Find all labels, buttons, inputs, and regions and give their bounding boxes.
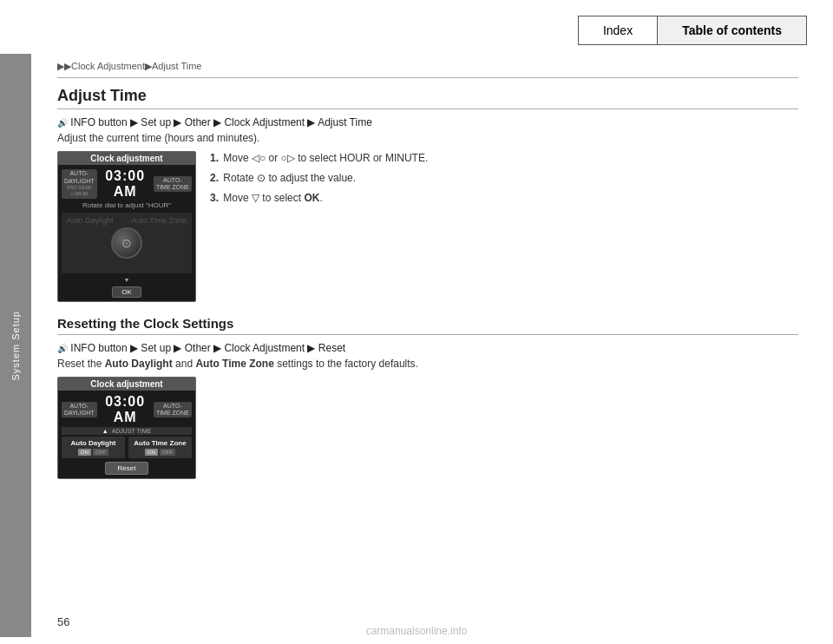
auto-daylight-option: Auto Daylight ON OFF — [62, 437, 125, 458]
timezone-off: OFF — [160, 449, 175, 456]
auto-daylight-label: Auto Daylight — [65, 439, 121, 447]
adjust-time-description: Adjust the current time (hours and minut… — [57, 132, 798, 144]
clock-badge-left: AUTO- DAYLIGHT PST 03:00 + 00:00 — [62, 169, 97, 198]
breadcrumb-text: ▶▶Clock Adjustment▶Adjust Time — [57, 61, 201, 71]
clock-badge-right: AUTO- TIME ZONE — [154, 176, 192, 193]
reset-top-row: AUTO- DAYLIGHT 03:00 AM AUTO- TIME ZONE — [62, 394, 192, 425]
reset-info-path: 🔊 INFO button ▶ Set up ▶ Other ▶ Clock A… — [57, 342, 798, 354]
arrow-up-icon: ▲ — [102, 428, 108, 434]
step-3: 3. Move ▽ to select OK. — [210, 191, 798, 206]
reset-section: Resetting the Clock Settings 🔊 INFO butt… — [57, 316, 798, 479]
toc-button[interactable]: Table of contents — [657, 16, 807, 45]
sidebar-label: System Setup — [10, 311, 21, 380]
adjust-time-title: Adjust Time — [57, 87, 798, 109]
reset-clock-time: 03:00 AM — [97, 394, 154, 425]
daylight-off: OFF — [93, 449, 108, 456]
clock-ok-btn-area: OK — [62, 286, 192, 298]
auto-daylight-toggle: ON OFF — [65, 449, 121, 456]
clock-screenshot-adjust: Clock adjustment AUTO- DAYLIGHT PST 03:0… — [57, 151, 196, 302]
clock-main-area: Auto Daylight Auto Time Zone ⊙ — [62, 213, 192, 273]
reset-body: AUTO- DAYLIGHT 03:00 AM AUTO- TIME ZONE … — [58, 391, 195, 478]
reset-clock-title-bar: Clock adjustment — [58, 378, 195, 391]
auto-timezone-toggle: ON OFF — [132, 449, 188, 456]
reset-badge-left: AUTO- DAYLIGHT — [62, 402, 97, 418]
step-1: 1. Move ◁○ or ○▷ to select HOUR or MINUT… — [210, 151, 798, 166]
watermark: carmanualsonline.info — [0, 625, 833, 637]
clock-auto-timezone: Auto Time Zone — [131, 216, 187, 225]
clock-title-bar: Clock adjustment — [58, 152, 195, 165]
steps-list: 1. Move ◁○ or ○▷ to select HOUR or MINUT… — [210, 151, 798, 210]
auto-timezone-option: Auto Time Zone ON OFF — [128, 437, 192, 458]
clock-time-display: 03:00 AM — [97, 168, 154, 200]
step-2: 2. Rotate ⊙ to adjust the value. — [210, 171, 798, 186]
clock-top-row: AUTO- DAYLIGHT PST 03:00 + 00:00 03:00 A… — [62, 168, 192, 200]
clock-subtitle: Rotate dial to adjust "HOUR" — [62, 201, 192, 209]
reset-options: Auto Daylight ON OFF Auto Time Zone ON — [62, 437, 192, 458]
reset-content-row: Clock adjustment AUTO- DAYLIGHT 03:00 AM… — [57, 377, 798, 479]
clock-ok-btn: OK — [112, 286, 141, 298]
adjust-time-section: Adjust Time 🔊 INFO button ▶ Set up ▶ Oth… — [57, 87, 798, 302]
clock-body: AUTO- DAYLIGHT PST 03:00 + 00:00 03:00 A… — [58, 165, 195, 301]
clock-ok-area: ▼ — [62, 277, 192, 285]
daylight-on: ON — [78, 449, 91, 456]
reset-btn-row: Reset — [62, 462, 192, 475]
timezone-on: ON — [145, 449, 158, 456]
adjust-time-content-row: Clock adjustment AUTO- DAYLIGHT PST 03:0… — [57, 151, 798, 302]
page-layout: System Setup ▶▶Clock Adjustment▶Adjust T… — [0, 54, 833, 637]
clock-screenshot-reset: Clock adjustment AUTO- DAYLIGHT 03:00 AM… — [57, 377, 196, 479]
clock-knob: ⊙ — [111, 227, 142, 259]
reset-description: Reset the Auto Daylight and Auto Time Zo… — [57, 358, 798, 370]
reset-time-bar: ▲ ADJUST TIME — [62, 427, 192, 435]
reset-badge-right: AUTO- TIME ZONE — [154, 402, 192, 418]
reset-button: Reset — [105, 462, 149, 475]
adjust-time-info-path: 🔊 INFO button ▶ Set up ▶ Other ▶ Clock A… — [57, 116, 798, 128]
index-button[interactable]: Index — [578, 16, 657, 45]
header-bar: Index Table of contents — [0, 0, 833, 54]
main-content: ▶▶Clock Adjustment▶Adjust Time Adjust Ti… — [31, 54, 833, 637]
clock-auto-daylight: Auto Daylight — [67, 216, 114, 225]
sidebar: System Setup — [0, 54, 31, 637]
auto-timezone-label: Auto Time Zone — [132, 439, 188, 447]
reset-title: Resetting the Clock Settings — [57, 316, 798, 335]
breadcrumb: ▶▶Clock Adjustment▶Adjust Time — [57, 54, 798, 78]
